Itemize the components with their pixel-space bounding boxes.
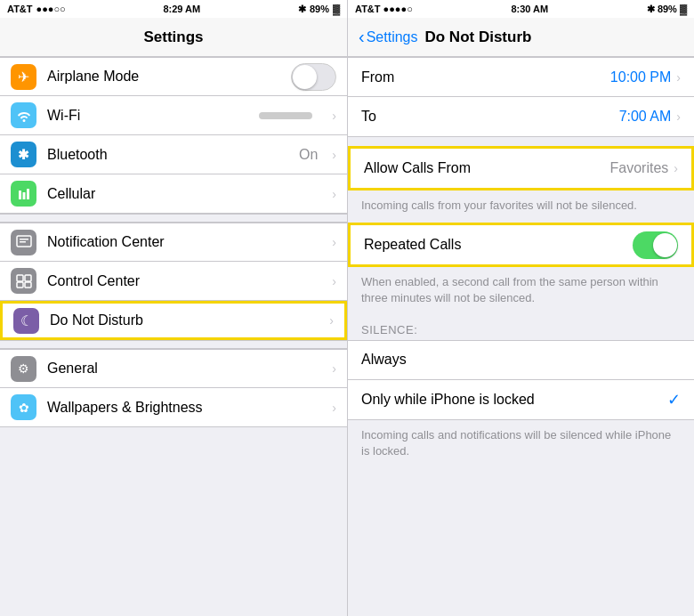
do-not-disturb-label: Do Not Disturb [50, 312, 315, 328]
repeated-calls-section: Repeated Calls [348, 223, 694, 267]
battery-left: 89% [310, 4, 329, 14]
divider-2 [0, 340, 347, 349]
allow-calls-label: Allow Calls From [364, 160, 610, 176]
settings-row-control-center[interactable]: Control Center › [0, 262, 347, 301]
notification-center-label: Notification Center [47, 234, 318, 250]
to-label: To [361, 109, 619, 125]
right-status-left: AT&T ●●●●○ [355, 4, 413, 14]
do-not-disturb-icon: ☾ [13, 308, 39, 334]
wifi-network-bar [259, 112, 312, 119]
wallpapers-chevron: › [332, 401, 336, 415]
left-nav-header: Settings [0, 18, 347, 57]
allow-calls-section: Allow Calls From Favorites › [348, 146, 694, 190]
silence-description: Incoming calls and notifications will be… [348, 420, 694, 468]
svg-rect-6 [17, 275, 23, 281]
settings-row-do-not-disturb[interactable]: ☾ Do Not Disturb › [0, 301, 347, 340]
silence-row-always[interactable]: Always [348, 341, 694, 380]
allow-calls-chevron: › [674, 161, 678, 175]
right-status-right: ✱ 89% ▓ [647, 4, 687, 15]
bluetooth-icon: ✱ [11, 142, 36, 167]
settings-row-wallpapers[interactable]: ✿ Wallpapers & Brightness › [0, 388, 347, 427]
svg-rect-8 [17, 282, 23, 288]
allow-calls-value: Favorites [610, 160, 669, 176]
wifi-signal-right: ●●●●○ [383, 4, 413, 14]
left-status-right: ✱ 89% ▓ [298, 4, 340, 15]
cellular-icon [11, 181, 36, 207]
left-status-left: AT&T ●●●○○ [7, 4, 66, 14]
schedule-to-row[interactable]: To 7:00 AM › [348, 97, 694, 136]
airplane-mode-icon: ✈ [11, 64, 36, 90]
general-label: General [47, 361, 318, 377]
allow-calls-row[interactable]: Allow Calls From Favorites › [351, 149, 691, 188]
from-chevron: › [676, 70, 681, 85]
silence-locked-label: Only while iPhone is locked [361, 392, 667, 408]
settings-row-cellular[interactable]: Cellular › [0, 174, 347, 214]
wallpapers-label: Wallpapers & Brightness [47, 400, 318, 416]
svg-rect-1 [22, 192, 25, 199]
wifi-icon [11, 102, 36, 128]
bluetooth-label: Bluetooth [47, 147, 288, 163]
schedule-from-row[interactable]: From 10:00 PM › [348, 58, 694, 97]
airplane-mode-label: Airplane Mode [47, 69, 280, 85]
silence-row-locked[interactable]: Only while iPhone is locked ✓ [348, 380, 694, 419]
cellular-label: Cellular [47, 186, 318, 202]
svg-rect-5 [20, 241, 26, 243]
wifi-label: Wi-Fi [47, 108, 248, 124]
control-center-label: Control Center [47, 273, 318, 289]
back-label: Settings [367, 29, 418, 45]
settings-row-airplane-mode[interactable]: ✈ Airplane Mode [0, 57, 347, 96]
control-center-icon [11, 268, 36, 294]
general-chevron: › [332, 361, 336, 376]
repeated-calls-description: When enabled, a second call from the sam… [348, 267, 694, 315]
do-not-disturb-chevron: › [329, 313, 334, 328]
left-nav-title: Settings [143, 28, 203, 46]
svg-rect-9 [25, 282, 31, 288]
section-system: Notification Center › Control Center › ☾… [0, 223, 347, 340]
right-status-bar: AT&T ●●●●○ 8:30 AM ✱ 89% ▓ [348, 0, 694, 18]
right-nav-title: Do Not Disturb [424, 28, 531, 46]
general-icon: ⚙ [11, 356, 36, 382]
allow-calls-description: Incoming calls from your favorites will … [348, 190, 694, 223]
right-divider-1 [348, 137, 694, 146]
cellular-chevron: › [332, 187, 336, 201]
battery-icon-left: ▓ [333, 4, 340, 14]
to-value: 7:00 AM [619, 109, 672, 125]
section-general: ⚙ General › ✿ Wallpapers & Brightness › [0, 349, 347, 427]
back-button[interactable]: ‹ Settings [359, 27, 417, 47]
silence-header: SILENCE: [348, 316, 694, 340]
wallpapers-icon: ✿ [11, 394, 36, 420]
bluetooth-icon-right: ✱ [647, 4, 655, 14]
settings-row-wifi[interactable]: Wi-Fi › [0, 96, 347, 135]
schedule-section: From 10:00 PM › To 7:00 AM › [348, 57, 694, 137]
silence-always-label: Always [361, 352, 681, 368]
airplane-mode-toggle[interactable] [291, 63, 336, 91]
repeated-calls-label: Repeated Calls [364, 237, 633, 253]
carrier-right: AT&T [355, 4, 381, 14]
section-connectivity: ✈ Airplane Mode Wi-Fi › ✱ Bluetooth On › [0, 57, 347, 214]
silence-section: SILENCE: Always Only while iPhone is loc… [348, 316, 694, 420]
carrier-left: AT&T [7, 4, 33, 14]
settings-row-notification-center[interactable]: Notification Center › [0, 223, 347, 262]
settings-row-bluetooth[interactable]: ✱ Bluetooth On › [0, 135, 347, 174]
settings-list: ✈ Airplane Mode Wi-Fi › ✱ Bluetooth On › [0, 57, 347, 616]
repeated-calls-toggle[interactable] [633, 231, 678, 259]
bluetooth-icon-left: ✱ [298, 4, 306, 15]
from-label: From [361, 69, 610, 85]
control-center-chevron: › [332, 274, 336, 288]
bluetooth-chevron: › [332, 148, 336, 162]
time-right: 8:30 AM [511, 4, 548, 14]
back-chevron-icon: ‹ [359, 27, 365, 47]
time-left: 8:29 AM [163, 4, 200, 14]
svg-rect-0 [19, 190, 21, 199]
bluetooth-value: On [299, 147, 318, 163]
settings-row-general[interactable]: ⚙ General › [0, 349, 347, 388]
repeated-calls-row[interactable]: Repeated Calls [351, 225, 691, 264]
svg-rect-7 [25, 275, 31, 281]
right-nav-header: ‹ Settings Do Not Disturb [348, 18, 694, 57]
left-panel: AT&T ●●●○○ 8:29 AM ✱ 89% ▓ Settings ✈ Ai… [0, 0, 347, 616]
right-content: From 10:00 PM › To 7:00 AM › Allow Calls… [348, 57, 694, 616]
divider-1 [0, 214, 347, 223]
right-panel: AT&T ●●●●○ 8:30 AM ✱ 89% ▓ ‹ Settings Do… [347, 0, 694, 616]
notification-center-icon [11, 230, 36, 255]
left-status-bar: AT&T ●●●○○ 8:29 AM ✱ 89% ▓ [0, 0, 347, 18]
